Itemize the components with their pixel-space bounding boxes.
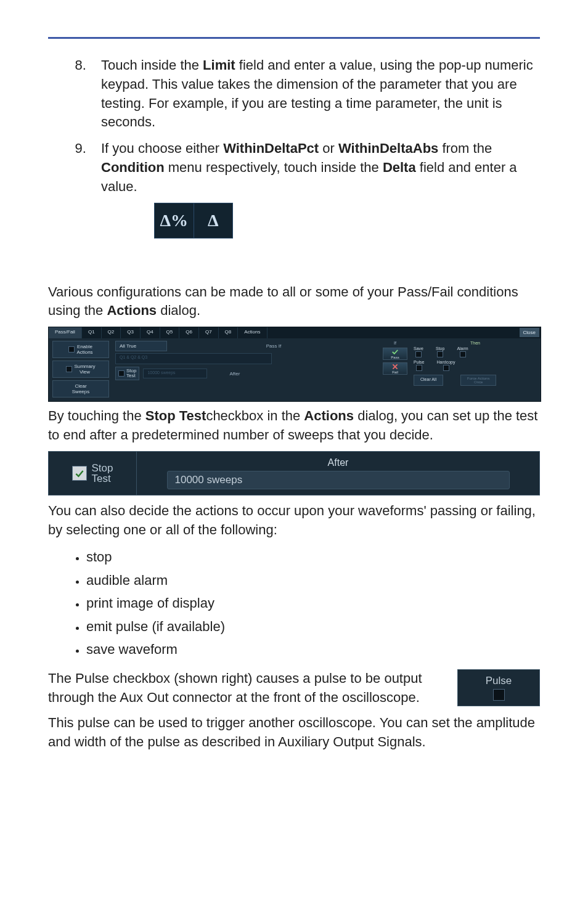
- item9-bold-delta: Delta: [383, 160, 416, 175]
- item9-mid2: from the: [438, 141, 492, 156]
- instruction-item-8: Touch inside the Limit field and enter a…: [90, 56, 540, 132]
- dialog-tab-strip: Pass/Fail Q1 Q2 Q3 Q4 Q5 Q6 Q7 Q8 Action…: [49, 327, 541, 338]
- save-label: Save: [414, 346, 423, 351]
- item9-mid1: or: [319, 141, 338, 156]
- para1-post: dialog.: [157, 303, 200, 318]
- item8-pre: Touch inside the: [101, 57, 203, 73]
- bullet-print: print image of display: [86, 592, 540, 614]
- para2-bold-stoptest: Stop Test: [145, 408, 206, 423]
- bullet-audible-alarm: audible alarm: [86, 569, 540, 592]
- close-button[interactable]: Close: [520, 328, 539, 337]
- delta-percent-button[interactable]: Δ%: [155, 208, 194, 232]
- pulse-label-small: Pulse: [414, 360, 425, 364]
- pulse-checkbox[interactable]: [493, 689, 505, 701]
- action-bullets: stop audible alarm print image of displa…: [86, 545, 540, 661]
- paragraph-actions-list-intro: You can also decide the actions to occur…: [48, 502, 540, 540]
- alarm-checkbox[interactable]: [460, 351, 466, 357]
- sweeps-field-small[interactable]: 10000 sweeps: [143, 369, 207, 378]
- stop-test-checkbox[interactable]: Stop Test: [49, 452, 137, 495]
- item9-bold-withindeltapct: WithinDeltaPct: [223, 141, 319, 156]
- tab-q1[interactable]: Q1: [82, 327, 102, 338]
- enable-actions-label: Enable Actions: [76, 344, 92, 355]
- paragraph-pulse: The Pulse checkbox (shown right) causes …: [48, 669, 439, 707]
- checkbox-icon: [118, 370, 125, 377]
- tab-actions[interactable]: Actions: [238, 327, 267, 338]
- stop-test-checkbox-small[interactable]: Stop Test: [115, 367, 139, 380]
- item9-bold-condition: Condition: [101, 160, 165, 175]
- bullet-emit-pulse: emit pulse (if available): [86, 615, 540, 638]
- after-label: After: [328, 457, 349, 468]
- delta-buttons-figure: Δ% Δ: [154, 203, 233, 238]
- fail-label: Fail: [392, 370, 398, 374]
- tab-q2[interactable]: Q2: [102, 327, 121, 338]
- after-label-small: After: [229, 371, 240, 377]
- clear-all-button[interactable]: Clear All: [414, 375, 443, 386]
- stop-test-label: Stop Test: [92, 463, 113, 484]
- instruction-list: Touch inside the Limit field and enter a…: [58, 56, 540, 238]
- enable-actions-checkbox[interactable]: Enable Actions: [52, 341, 109, 358]
- pulse-checkbox-small[interactable]: [416, 365, 422, 371]
- checkbox-icon: [66, 366, 72, 372]
- sweeps-value-field[interactable]: 10000 sweeps: [167, 471, 510, 489]
- stop-test-label-small: Stop Test: [126, 369, 136, 378]
- if-label: If: [383, 341, 407, 345]
- para2-mid1: checkbox in the: [206, 408, 304, 423]
- save-checkbox[interactable]: [415, 351, 422, 357]
- para1-bold-actions: Actions: [107, 303, 157, 318]
- item9-bold-withindeltaabs: WithinDeltaAbs: [338, 141, 438, 156]
- tab-q7[interactable]: Q7: [199, 327, 219, 338]
- tab-passfail[interactable]: Pass/Fail: [49, 327, 82, 338]
- instruction-item-9: If you choose either WithinDeltaPct or W…: [90, 139, 540, 238]
- stop-checkbox[interactable]: [437, 351, 443, 357]
- checkbox-icon: [68, 346, 75, 353]
- pulse-checkbox-figure: Pulse: [457, 669, 540, 706]
- tab-q6[interactable]: Q6: [179, 327, 199, 338]
- expression-field[interactable]: Q1 & Q2 & Q3: [115, 353, 272, 364]
- page-top-rule: [48, 37, 540, 39]
- cross-icon: [391, 363, 399, 370]
- paragraph-actions-intro: Various configurations can be made to al…: [48, 283, 540, 321]
- item9-pre: If you choose either: [101, 141, 223, 156]
- checkmark-icon: [391, 348, 399, 356]
- delta-abs-button[interactable]: Δ: [194, 208, 233, 232]
- pulse-label: Pulse: [486, 675, 512, 687]
- tab-q8[interactable]: Q8: [219, 327, 239, 338]
- pass-label: Pass: [391, 356, 399, 359]
- tab-q3[interactable]: Q3: [121, 327, 141, 338]
- alarm-label: Alarm: [457, 346, 468, 351]
- force-actions-once-button[interactable]: Force Actions Once: [460, 375, 496, 386]
- stop-label: Stop: [436, 346, 444, 351]
- clear-sweeps-button[interactable]: Clear Sweeps: [52, 380, 109, 397]
- actions-dialog-figure: Close Pass/Fail Q1 Q2 Q3 Q4 Q5 Q6 Q7 Q8 …: [48, 327, 541, 402]
- para2-pre: By touching the: [48, 408, 145, 423]
- tab-q4[interactable]: Q4: [141, 327, 160, 338]
- item8-bold-limit: Limit: [203, 57, 235, 73]
- stop-test-checkbox-box: [72, 466, 87, 481]
- clear-sweeps-label: Clear Sweeps: [72, 383, 89, 394]
- tab-q5[interactable]: Q5: [160, 327, 180, 338]
- paragraph-pulse-trigger: This pulse can be used to trigger anothe…: [48, 714, 540, 752]
- fail-indicator[interactable]: Fail: [383, 362, 407, 375]
- pass-if-label: Pass If: [266, 343, 281, 349]
- stop-test-bar-figure: Stop Test After 10000 sweeps: [48, 451, 540, 495]
- hardcopy-label: Hardcopy: [437, 360, 455, 364]
- bullet-save-waveform: save waveform: [86, 638, 540, 661]
- bullet-stop: stop: [86, 545, 540, 568]
- hardcopy-checkbox[interactable]: [443, 365, 449, 371]
- then-label: Then: [414, 341, 537, 345]
- checkmark-icon: [75, 468, 84, 478]
- item9-mid3: menu respectively, touch inside the: [165, 160, 383, 175]
- all-true-dropdown[interactable]: All True: [115, 341, 167, 351]
- para2-bold-actions: Actions: [304, 408, 354, 423]
- summary-view-label: Summary View: [74, 364, 95, 375]
- pass-indicator[interactable]: Pass: [383, 348, 407, 360]
- paragraph-stop-test: By touching the Stop Testcheckbox in the…: [48, 407, 540, 445]
- summary-view-checkbox[interactable]: Summary View: [52, 361, 109, 378]
